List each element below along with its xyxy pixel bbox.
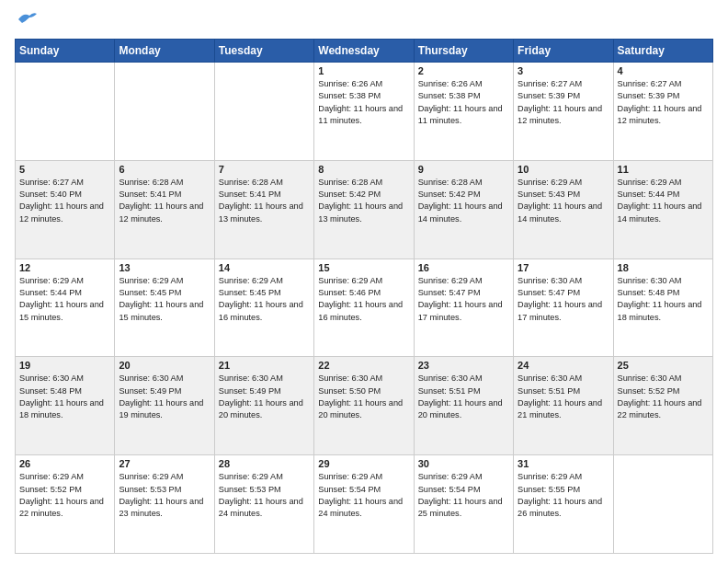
day-number: 20: [119, 360, 210, 371]
table-row: [613, 455, 712, 554]
table-row: [16, 63, 115, 161]
table-row: 26Sunrise: 6:29 AMSunset: 5:52 PMDayligh…: [16, 455, 115, 554]
day-info: Sunrise: 6:28 AMSunset: 5:42 PMDaylight:…: [318, 177, 409, 225]
day-info: Sunrise: 6:29 AMSunset: 5:46 PMDaylight:…: [318, 275, 409, 324]
logo-bird-icon: [17, 10, 37, 27]
table-row: 29Sunrise: 6:29 AMSunset: 5:54 PMDayligh…: [314, 455, 414, 554]
day-number: 17: [518, 262, 609, 273]
day-number: 28: [219, 458, 310, 469]
day-info: Sunrise: 6:29 AMSunset: 5:53 PMDaylight:…: [119, 471, 210, 520]
day-info: Sunrise: 6:27 AMSunset: 5:40 PMDaylight:…: [19, 177, 110, 225]
table-row: 6Sunrise: 6:28 AMSunset: 5:41 PMDaylight…: [115, 160, 214, 259]
calendar-week-row: 5Sunrise: 6:27 AMSunset: 5:40 PMDaylight…: [16, 160, 713, 259]
day-info: Sunrise: 6:27 AMSunset: 5:39 PMDaylight:…: [618, 78, 709, 127]
day-info: Sunrise: 6:26 AMSunset: 5:38 PMDaylight:…: [418, 78, 509, 127]
day-number: 16: [418, 262, 509, 273]
day-number: 9: [418, 164, 509, 175]
day-info: Sunrise: 6:28 AMSunset: 5:41 PMDaylight:…: [119, 177, 210, 225]
col-thursday: Thursday: [414, 40, 513, 63]
day-info: Sunrise: 6:29 AMSunset: 5:45 PMDaylight:…: [219, 275, 310, 324]
day-number: 11: [618, 164, 709, 175]
page: Sunday Monday Tuesday Wednesday Thursday…: [0, 0, 728, 563]
day-number: 2: [418, 65, 509, 76]
day-number: 18: [618, 262, 709, 273]
day-number: 22: [318, 360, 409, 371]
table-row: [214, 63, 313, 161]
day-info: Sunrise: 6:30 AMSunset: 5:52 PMDaylight:…: [618, 373, 709, 421]
day-info: Sunrise: 6:30 AMSunset: 5:50 PMDaylight:…: [318, 373, 409, 421]
col-saturday: Saturday: [613, 40, 712, 63]
day-number: 29: [318, 458, 409, 469]
day-info: Sunrise: 6:29 AMSunset: 5:44 PMDaylight:…: [618, 177, 709, 225]
day-number: 5: [19, 164, 110, 175]
day-info: Sunrise: 6:30 AMSunset: 5:48 PMDaylight:…: [19, 373, 110, 421]
day-number: 21: [219, 360, 310, 371]
col-wednesday: Wednesday: [314, 40, 414, 63]
day-number: 31: [518, 458, 609, 469]
table-row: 2Sunrise: 6:26 AMSunset: 5:38 PMDaylight…: [414, 63, 513, 161]
table-row: 20Sunrise: 6:30 AMSunset: 5:49 PMDayligh…: [115, 357, 214, 455]
table-row: 15Sunrise: 6:29 AMSunset: 5:46 PMDayligh…: [314, 259, 414, 357]
day-info: Sunrise: 6:30 AMSunset: 5:47 PMDaylight:…: [518, 275, 609, 324]
table-row: 7Sunrise: 6:28 AMSunset: 5:41 PMDaylight…: [214, 160, 313, 259]
day-number: 15: [318, 262, 409, 273]
table-row: [115, 63, 214, 161]
col-monday: Monday: [115, 40, 214, 63]
table-row: 5Sunrise: 6:27 AMSunset: 5:40 PMDaylight…: [16, 160, 115, 259]
day-number: 23: [418, 360, 509, 371]
day-number: 4: [618, 65, 709, 76]
day-info: Sunrise: 6:29 AMSunset: 5:47 PMDaylight:…: [418, 275, 509, 324]
day-info: Sunrise: 6:30 AMSunset: 5:49 PMDaylight:…: [119, 373, 210, 421]
table-row: 21Sunrise: 6:30 AMSunset: 5:49 PMDayligh…: [214, 357, 313, 455]
table-row: 3Sunrise: 6:27 AMSunset: 5:39 PMDaylight…: [514, 63, 613, 161]
day-info: Sunrise: 6:29 AMSunset: 5:45 PMDaylight:…: [119, 275, 210, 324]
col-tuesday: Tuesday: [214, 40, 313, 63]
table-row: 12Sunrise: 6:29 AMSunset: 5:44 PMDayligh…: [16, 259, 115, 357]
day-number: 13: [119, 262, 210, 273]
day-number: 24: [518, 360, 609, 371]
day-info: Sunrise: 6:29 AMSunset: 5:54 PMDaylight:…: [418, 471, 509, 520]
day-info: Sunrise: 6:26 AMSunset: 5:38 PMDaylight:…: [318, 78, 409, 127]
day-info: Sunrise: 6:29 AMSunset: 5:55 PMDaylight:…: [518, 471, 609, 520]
col-sunday: Sunday: [16, 40, 115, 63]
table-row: 31Sunrise: 6:29 AMSunset: 5:55 PMDayligh…: [514, 455, 613, 554]
day-number: 8: [318, 164, 409, 175]
day-info: Sunrise: 6:30 AMSunset: 5:48 PMDaylight:…: [618, 275, 709, 324]
table-row: 4Sunrise: 6:27 AMSunset: 5:39 PMDaylight…: [613, 63, 712, 161]
day-info: Sunrise: 6:29 AMSunset: 5:44 PMDaylight:…: [19, 275, 110, 324]
calendar-week-row: 1Sunrise: 6:26 AMSunset: 5:38 PMDaylight…: [16, 63, 713, 161]
table-row: 17Sunrise: 6:30 AMSunset: 5:47 PMDayligh…: [514, 259, 613, 357]
logo: [15, 13, 37, 33]
day-info: Sunrise: 6:29 AMSunset: 5:43 PMDaylight:…: [518, 177, 609, 225]
day-number: 3: [518, 65, 609, 76]
day-number: 12: [19, 262, 110, 273]
table-row: 23Sunrise: 6:30 AMSunset: 5:51 PMDayligh…: [414, 357, 513, 455]
calendar-table: Sunday Monday Tuesday Wednesday Thursday…: [15, 39, 713, 554]
table-row: 10Sunrise: 6:29 AMSunset: 5:43 PMDayligh…: [514, 160, 613, 259]
table-row: 19Sunrise: 6:30 AMSunset: 5:48 PMDayligh…: [16, 357, 115, 455]
day-number: 6: [119, 164, 210, 175]
table-row: 25Sunrise: 6:30 AMSunset: 5:52 PMDayligh…: [613, 357, 712, 455]
day-number: 10: [518, 164, 609, 175]
day-number: 1: [318, 65, 409, 76]
day-info: Sunrise: 6:29 AMSunset: 5:53 PMDaylight:…: [219, 471, 310, 520]
col-friday: Friday: [514, 40, 613, 63]
day-number: 19: [19, 360, 110, 371]
day-number: 26: [19, 458, 110, 469]
table-row: 22Sunrise: 6:30 AMSunset: 5:50 PMDayligh…: [314, 357, 414, 455]
calendar-week-row: 26Sunrise: 6:29 AMSunset: 5:52 PMDayligh…: [16, 455, 713, 554]
day-info: Sunrise: 6:30 AMSunset: 5:51 PMDaylight:…: [518, 373, 609, 421]
day-info: Sunrise: 6:30 AMSunset: 5:49 PMDaylight:…: [219, 373, 310, 421]
day-number: 25: [618, 360, 709, 371]
day-info: Sunrise: 6:29 AMSunset: 5:52 PMDaylight:…: [19, 471, 110, 520]
day-number: 14: [219, 262, 310, 273]
header: [15, 9, 713, 33]
calendar-header-row: Sunday Monday Tuesday Wednesday Thursday…: [16, 40, 713, 63]
day-number: 27: [119, 458, 210, 469]
calendar-week-row: 19Sunrise: 6:30 AMSunset: 5:48 PMDayligh…: [16, 357, 713, 455]
table-row: 18Sunrise: 6:30 AMSunset: 5:48 PMDayligh…: [613, 259, 712, 357]
day-number: 7: [219, 164, 310, 175]
table-row: 8Sunrise: 6:28 AMSunset: 5:42 PMDaylight…: [314, 160, 414, 259]
table-row: 27Sunrise: 6:29 AMSunset: 5:53 PMDayligh…: [115, 455, 214, 554]
day-number: 30: [418, 458, 509, 469]
